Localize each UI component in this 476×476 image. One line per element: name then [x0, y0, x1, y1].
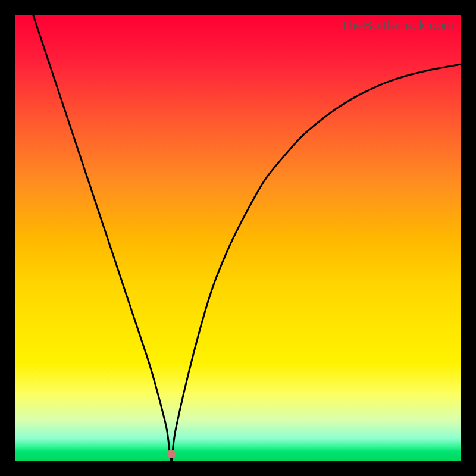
chart-curve	[15, 15, 461, 461]
chart-marker-dot	[167, 450, 176, 458]
chart-frame: TheBottleneck.com	[0, 0, 476, 476]
chart-plot-area: TheBottleneck.com	[15, 15, 461, 461]
